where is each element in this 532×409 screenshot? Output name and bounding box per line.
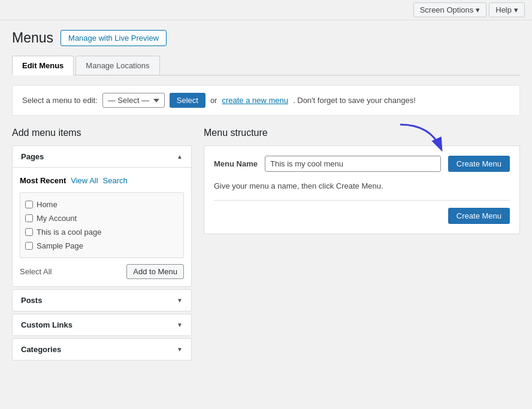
create-menu-button-top[interactable]: Create Menu: [448, 156, 510, 172]
select-menu-button[interactable]: Select: [170, 93, 205, 108]
add-to-menu-button[interactable]: Add to Menu: [126, 264, 184, 279]
my-account-checkbox[interactable]: [25, 214, 33, 222]
custom-links-accordion-header[interactable]: Custom Links ▼: [13, 314, 191, 335]
pages-label: Pages: [21, 152, 44, 161]
left-column: Add menu items Pages ▲ Most Recent View …: [12, 128, 192, 363]
two-column-layout: Add menu items Pages ▲ Most Recent View …: [12, 128, 520, 363]
categories-accordion: Categories ▼: [12, 338, 192, 360]
chevron-down-icon: ▾: [514, 5, 518, 14]
screen-options-label: Screen Options: [420, 5, 474, 14]
sample-page-checkbox[interactable]: [25, 242, 33, 250]
save-hint-text: . Don't forget to save your changes!: [293, 96, 416, 105]
tab-edit-menus[interactable]: Edit Menus: [12, 56, 74, 75]
custom-links-accordion: Custom Links ▼: [12, 314, 192, 336]
menu-structure-title: Menu structure: [204, 128, 520, 138]
page-header: Menus Manage with Live Preview: [12, 30, 520, 46]
live-preview-button[interactable]: Manage with Live Preview: [61, 30, 167, 46]
my-account-page-label: My Account: [37, 214, 77, 223]
custom-links-label: Custom Links: [21, 320, 72, 329]
categories-accordion-header[interactable]: Categories ▼: [13, 339, 191, 360]
pages-accordion: Pages ▲ Most Recent View All Search Home: [12, 146, 192, 287]
page-title: Menus: [12, 30, 53, 46]
bottom-create-row: Create Menu: [214, 200, 510, 224]
list-item: Home: [25, 198, 179, 211]
right-column: Menu structure Menu Name Create Menu Giv…: [204, 128, 520, 234]
accordion-footer: Select All Add to Menu: [20, 264, 184, 279]
most-recent-tab[interactable]: Most Recent: [20, 175, 66, 186]
list-item: Sample Page: [25, 239, 179, 253]
create-menu-button-bottom[interactable]: Create Menu: [448, 208, 510, 224]
select-all-link[interactable]: Select All: [20, 267, 52, 276]
search-tab[interactable]: Search: [103, 175, 128, 186]
main-content: Menus Manage with Live Preview Edit Menu…: [0, 20, 532, 372]
chevron-down-icon: ▾: [476, 5, 480, 14]
add-menu-items-title: Add menu items: [12, 128, 192, 138]
sample-page-label: Sample Page: [37, 241, 83, 250]
tab-manage-locations[interactable]: Manage Locations: [75, 56, 159, 75]
tabs-container: Edit Menus Manage Locations: [12, 56, 520, 75]
chevron-down-icon: ▼: [177, 346, 183, 353]
home-checkbox[interactable]: [25, 201, 33, 208]
cool-page-label: This is a cool page: [37, 228, 101, 237]
top-bar: Screen Options ▾ Help ▾: [0, 0, 532, 20]
or-text: or: [210, 96, 217, 105]
pages-accordion-body: Most Recent View All Search Home My Acco…: [13, 167, 191, 286]
cool-page-checkbox[interactable]: [25, 228, 33, 236]
chevron-down-icon: ▼: [177, 297, 183, 304]
menu-hint-text: Give your menu a name, then click Create…: [214, 181, 510, 190]
menu-structure-box: Menu Name Create Menu Give your menu a n…: [204, 146, 520, 234]
home-page-label: Home: [37, 200, 58, 209]
chevron-up-icon: ▲: [177, 153, 183, 160]
help-button[interactable]: Help ▾: [489, 2, 525, 17]
pages-accordion-header[interactable]: Pages ▲: [13, 146, 191, 167]
categories-label: Categories: [21, 345, 61, 354]
posts-accordion-header[interactable]: Posts ▼: [13, 290, 191, 311]
view-all-tab[interactable]: View All: [71, 175, 98, 186]
page-list: Home My Account This is a cool page: [20, 192, 184, 258]
list-item: This is a cool page: [25, 225, 179, 239]
help-label: Help: [495, 5, 512, 14]
pages-tabs: Most Recent View All Search: [20, 175, 184, 186]
menu-name-row: Menu Name Create Menu: [214, 156, 510, 172]
arrow-annotation: [394, 122, 448, 159]
list-item: My Account: [25, 211, 179, 225]
posts-label: Posts: [21, 296, 42, 305]
menu-name-label: Menu Name: [214, 159, 258, 168]
create-new-menu-link[interactable]: create a new menu: [222, 96, 288, 105]
arrow-svg: [394, 122, 448, 157]
select-menu-bar: Select a menu to edit: — Select — Select…: [12, 85, 520, 116]
screen-options-button[interactable]: Screen Options ▾: [413, 2, 487, 17]
select-menu-label: Select a menu to edit:: [22, 96, 98, 105]
posts-accordion: Posts ▼: [12, 289, 192, 311]
menu-select-dropdown[interactable]: — Select —: [102, 93, 165, 108]
chevron-down-icon: ▼: [177, 322, 183, 328]
